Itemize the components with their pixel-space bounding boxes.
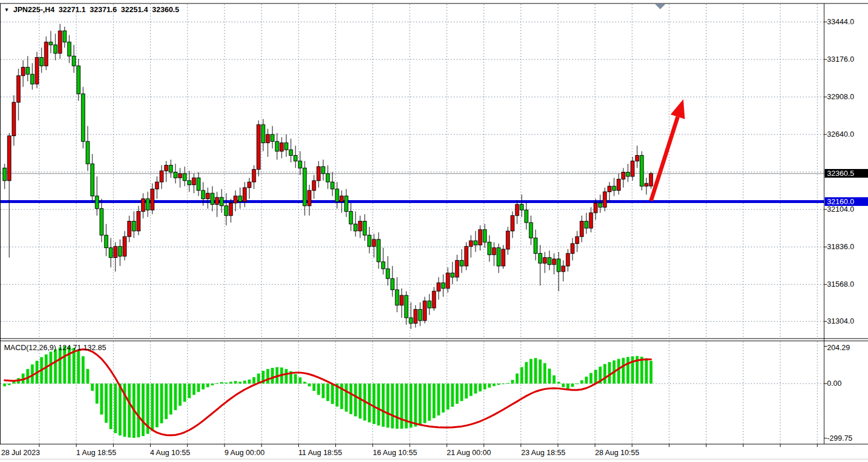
candle-body	[72, 56, 76, 66]
candle-body	[455, 260, 459, 277]
candle-body	[497, 248, 500, 266]
macd-histogram-bar	[244, 381, 246, 384]
candle-body	[622, 172, 625, 179]
macd-histogram-bar	[253, 377, 256, 384]
macd-histogram-bar	[581, 380, 583, 384]
macd-histogram-bar	[401, 384, 403, 429]
candle-body	[211, 193, 214, 204]
macd-histogram-bar	[534, 358, 537, 384]
macd-histogram-bar	[59, 347, 62, 384]
candle-body	[91, 164, 94, 196]
candle-body	[345, 196, 348, 212]
macd-histogram-bar	[645, 358, 648, 384]
candle-body	[372, 239, 376, 246]
candle-body	[580, 221, 583, 237]
candle-body	[575, 236, 579, 243]
macd-histogram-bar	[567, 384, 570, 389]
candle-body	[617, 179, 620, 190]
candle-body	[631, 161, 634, 176]
candle-body	[368, 235, 371, 246]
macd-histogram-bar	[96, 384, 99, 404]
chart-window: ▼ JPN225-,H4 32271.1 32371.6 32251.4 323…	[0, 0, 868, 462]
candle-body	[40, 58, 43, 66]
candle-body	[589, 213, 593, 228]
macd-histogram-bar	[91, 384, 94, 391]
macd-histogram-bar	[410, 384, 413, 427]
candle-body	[340, 196, 343, 202]
price-axis-label: 32104.0	[827, 205, 854, 213]
macd-indicator-label: MACD(12,26,9) 124.71 132.85	[4, 343, 106, 352]
trend-arrow-shaft[interactable]	[651, 117, 678, 201]
macd-histogram-bar	[308, 384, 311, 386]
macd-histogram-bar	[220, 382, 223, 384]
candle-body	[275, 141, 279, 151]
macd-histogram-bar	[507, 383, 510, 384]
candle-body	[409, 318, 413, 324]
candle-body	[248, 182, 251, 188]
macd-histogram-bar	[465, 384, 468, 399]
time-axis-label: 28 Aug 10:55	[595, 448, 639, 457]
macd-histogram-bar	[230, 382, 233, 384]
macd-histogram-bar	[100, 384, 103, 415]
price-axis-label: 32908.0	[827, 92, 854, 101]
candle-body	[17, 76, 20, 102]
candle-body	[201, 190, 205, 199]
candle-body	[160, 171, 163, 182]
candle-body	[428, 301, 431, 308]
candle-body	[515, 204, 519, 215]
macd-histogram-bar	[414, 384, 417, 427]
candle-body	[132, 221, 136, 231]
macd-histogram-bar	[119, 384, 122, 435]
candle-body	[414, 309, 417, 323]
candle-body	[469, 241, 473, 246]
candle-body	[298, 161, 302, 168]
candle-body	[220, 197, 223, 206]
macd-histogram-bar	[77, 351, 80, 384]
candle-body	[502, 249, 505, 266]
macd-histogram-bar	[641, 357, 643, 384]
macd-axis-label: 204.29	[827, 343, 850, 352]
candle-body	[451, 273, 454, 277]
candle-body	[317, 167, 320, 181]
candle-body	[437, 283, 440, 291]
macd-histogram-bar	[461, 384, 463, 401]
candle-body	[81, 94, 85, 141]
macd-histogram-bar	[359, 384, 362, 419]
macd-histogram-bar	[216, 383, 219, 384]
candle-body	[188, 181, 191, 185]
candle-body	[525, 210, 528, 223]
level-price-badge[interactable]: 32160.0	[825, 197, 868, 206]
macd-histogram-bar	[331, 384, 334, 404]
candle-body	[58, 31, 62, 54]
candle-body	[474, 241, 477, 245]
candle-body	[358, 221, 362, 231]
macd-histogram-bar	[488, 384, 491, 388]
macd-histogram-bar	[345, 384, 348, 412]
candle-body	[566, 253, 570, 266]
time-axis-label: 28 Jul 2023	[1, 448, 40, 457]
candle-body	[423, 301, 426, 321]
price-axis-label: 31836.0	[827, 242, 854, 251]
candle-body	[151, 189, 154, 210]
macd-histogram-bar	[382, 384, 385, 427]
candle-body	[534, 238, 537, 254]
candle-body	[571, 243, 574, 253]
trend-arrow-head[interactable]	[671, 99, 685, 119]
macd-histogram-bar	[594, 370, 597, 384]
macd-histogram-bar	[114, 384, 117, 433]
candle-body	[77, 66, 80, 94]
candle-body	[289, 150, 293, 156]
macd-histogram-bar	[451, 384, 454, 407]
macd-histogram-bar	[571, 384, 574, 387]
candle-body	[63, 31, 66, 42]
candle-body	[492, 248, 496, 255]
candle-body	[488, 242, 491, 255]
chart-canvas[interactable]	[0, 0, 868, 462]
candle-body	[400, 295, 403, 305]
candle-body	[460, 260, 463, 266]
macd-histogram-bar	[456, 384, 459, 404]
macd-histogram-bar	[377, 384, 380, 426]
candle-body	[377, 239, 380, 262]
macd-histogram-bar	[225, 382, 228, 384]
macd-histogram-bar	[248, 380, 251, 384]
